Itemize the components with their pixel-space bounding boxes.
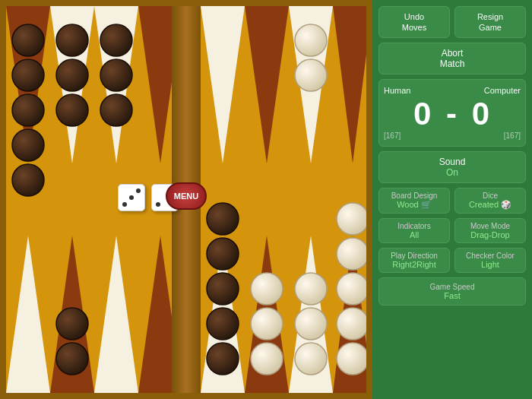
indicators-value: All xyxy=(382,230,447,239)
svg-point-20 xyxy=(12,59,44,91)
right-panel: Undo Moves Resign Game Abort Match Human… xyxy=(372,0,532,399)
game-speed-value: Fast xyxy=(384,291,521,300)
svg-point-33 xyxy=(337,308,369,340)
move-mode-value: Drag-Drop xyxy=(458,230,523,239)
board-design-button[interactable]: Board Design Wood 🛒 xyxy=(378,188,450,214)
board-design-label: Board Design xyxy=(382,192,447,200)
svg-point-35 xyxy=(337,238,369,270)
move-mode-label: Move Mode xyxy=(458,222,523,230)
indicators-label: Indicators xyxy=(382,222,447,230)
svg-point-21 xyxy=(12,94,44,126)
svg-point-36 xyxy=(337,203,369,235)
resign-game-button[interactable]: Resign Game xyxy=(454,6,526,38)
die-1 xyxy=(118,184,145,211)
svg-point-19 xyxy=(12,24,44,56)
svg-point-31 xyxy=(295,59,327,91)
game-speed-label: Game Speed xyxy=(384,283,521,291)
checker-color-button[interactable]: Checker Color Light xyxy=(454,248,526,273)
indicators-button[interactable]: Indicators All xyxy=(378,218,450,243)
board-dice-row: Board Design Wood 🛒 Dice Created 🎲 xyxy=(378,188,526,214)
svg-point-23 xyxy=(12,164,44,196)
direction-checker-row: Play Direction Right2Right Checker Color… xyxy=(378,248,526,273)
computer-score: 0 xyxy=(472,96,491,131)
sound-value: On xyxy=(384,167,521,178)
score-labels: Human Computer xyxy=(384,86,521,95)
svg-point-41 xyxy=(251,308,283,340)
abort-row: Abort Match xyxy=(378,43,526,74)
checker-color-value: Light xyxy=(458,260,523,269)
svg-point-49 xyxy=(207,203,239,235)
score-sub: [167] [167] xyxy=(384,131,521,140)
svg-point-46 xyxy=(207,308,239,340)
svg-point-26 xyxy=(56,94,88,126)
game-speed-button[interactable]: Game Speed Fast xyxy=(378,277,526,306)
svg-point-24 xyxy=(56,24,88,56)
svg-point-47 xyxy=(207,273,239,305)
svg-point-45 xyxy=(207,343,239,375)
human-score: 0 xyxy=(413,96,432,131)
svg-point-43 xyxy=(56,343,88,375)
score-display: 0 - 0 xyxy=(384,98,521,130)
svg-point-38 xyxy=(295,308,327,340)
svg-point-25 xyxy=(56,59,88,91)
dice-button[interactable]: Dice Created 🎲 xyxy=(454,188,526,214)
svg-point-22 xyxy=(12,129,44,161)
svg-point-48 xyxy=(207,238,239,270)
dice-label: Dice xyxy=(458,192,523,200)
svg-point-44 xyxy=(56,308,88,340)
top-buttons-row: Undo Moves Resign Game xyxy=(378,6,526,38)
score-separator: - xyxy=(446,96,458,131)
computer-pips: [167] xyxy=(504,131,521,140)
score-box: Human Computer 0 - 0 [167] [167] xyxy=(378,79,526,147)
svg-point-30 xyxy=(295,24,327,56)
checker-color-label: Checker Color xyxy=(458,252,523,260)
move-mode-button[interactable]: Move Mode Drag-Drop xyxy=(454,218,526,243)
board-design-value: Wood 🛒 xyxy=(382,200,447,210)
svg-point-29 xyxy=(100,94,132,126)
game-speed-row: Game Speed Fast xyxy=(378,277,526,306)
human-label: Human xyxy=(384,86,410,95)
svg-point-39 xyxy=(295,273,327,305)
menu-button[interactable]: MENU xyxy=(166,182,207,210)
sound-box[interactable]: Sound On xyxy=(378,151,526,183)
svg-point-34 xyxy=(337,273,369,305)
play-direction-button[interactable]: Play Direction Right2Right xyxy=(378,248,450,273)
abort-match-button[interactable]: Abort Match xyxy=(378,43,526,74)
indicators-movemode-row: Indicators All Move Mode Drag-Drop xyxy=(378,218,526,243)
svg-point-37 xyxy=(295,343,327,375)
undo-moves-button[interactable]: Undo Moves xyxy=(378,6,450,38)
play-direction-value: Right2Right xyxy=(382,260,447,269)
human-pips: [167] xyxy=(384,131,401,140)
play-direction-label: Play Direction xyxy=(382,252,447,260)
dice-value: Created 🎲 xyxy=(458,200,523,210)
svg-point-42 xyxy=(251,273,283,305)
svg-point-27 xyxy=(100,24,132,56)
sound-label: Sound xyxy=(384,157,521,167)
svg-point-32 xyxy=(337,343,369,375)
svg-point-28 xyxy=(100,59,132,91)
backgammon-board: MENU xyxy=(0,0,372,399)
svg-point-40 xyxy=(251,343,283,375)
computer-label: Computer xyxy=(484,86,521,95)
